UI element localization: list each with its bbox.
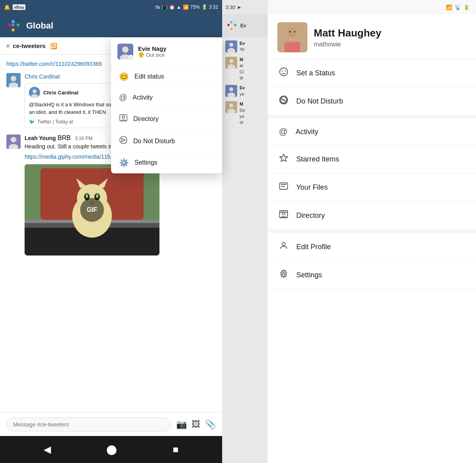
files-icon [279,181,288,193]
mid-text-2: M arCldr [240,57,244,81]
vibrate-icon: 📳 [161,4,167,10]
right-wifi-icon: 📡 [455,4,461,10]
svg-point-46 [229,87,233,91]
twitter-avatar [29,87,40,98]
profile-username: mathowie [314,41,381,48]
svg-point-59 [282,71,283,72]
directory-menu-label: Directory [296,211,325,220]
svg-point-56 [289,31,291,33]
svg-rect-1 [12,20,15,23]
right-signal-icon: 📶 [446,4,452,10]
svg-point-70 [282,273,285,275]
tweet-author-name: Chris Cardinal [43,90,79,96]
home-button[interactable]: ⬤ [106,444,117,455]
gif-label: GIF [80,198,104,222]
back-button[interactable]: ◀ [44,444,51,455]
dropdown-activity[interactable]: @ Activity [111,87,222,108]
info-icon: 🔁 [50,43,57,49]
mid-msg-2: M arCldr [225,57,265,81]
image-icon[interactable]: 🖼 [192,419,200,430]
right-panel: 📶 📡 🔋 Matt Haughey matho [268,0,476,463]
brb-badge: BRB [58,134,71,141]
left-panel: 🔔 eBay 🛍 📳 ⏰ ▲ 📶 75% 🔋 3:31 Global # [0,0,222,463]
dropdown-edit-status[interactable]: 😊 Edit status [111,66,222,87]
svg-point-27 [96,194,98,198]
bag-icon: 🛍 [155,4,160,10]
slack-logo [6,18,21,33]
svg-point-26 [86,194,88,198]
svg-point-30 [122,46,129,53]
signal-icon: 📶 [183,4,189,10]
svg-rect-64 [281,184,286,185]
dropdown-user-status: 😤 Out sick [138,52,167,58]
menu-set-status[interactable]: Set a Status [268,59,476,87]
starred-label: Starred Items [296,155,339,163]
dnd-label: Do Not Disturb [133,138,175,145]
mid-location-icon: ➤ [237,4,241,10]
svg-rect-4 [12,23,15,27]
menu-settings[interactable]: Settings [268,261,476,289]
directory-icon [119,113,128,124]
svg-rect-35 [227,24,230,26]
avatar-status-indicator: ○ [129,55,133,60]
svg-point-6 [11,76,16,81]
menu-files[interactable]: Your Files [268,173,476,202]
svg-rect-38 [234,24,236,26]
slack-header: Global [0,14,222,37]
svg-point-55 [287,27,298,38]
profile-header: Matt Haughey mathowie [268,14,476,59]
svg-rect-54 [284,42,300,52]
menu-dnd[interactable]: Do Not Disturb [268,87,476,115]
dropdown-settings[interactable]: ⚙️ Settings [111,152,222,173]
svg-rect-65 [281,186,285,187]
profile-avatar [277,22,307,52]
recent-apps-button[interactable]: ■ [173,444,178,455]
nav-bar-bottom: ◀ ⬤ ■ [0,436,222,463]
menu-edit-profile[interactable]: Edit Profile [268,230,476,261]
twitter-link-1[interactable]: https://twitter.com/c/111024296093369 [6,61,102,67]
camera-icon[interactable]: 📷 [176,419,187,430]
menu-activity[interactable]: @ Activity [268,115,476,145]
mid-time: 3:30 [225,4,235,10]
mid-text-1: Ev Ye [240,40,245,53]
svg-rect-37 [230,28,232,30]
mid-header-name: Ev [240,23,246,29]
notification-icon: 🔔 [4,4,10,10]
mid-avatar-matt [225,57,237,69]
set-status-icon [279,67,288,79]
message-input[interactable] [6,417,171,432]
svg-point-49 [229,104,233,108]
message-input-bar: 📷 🖼 📎 [0,412,222,436]
dropdown-dnd[interactable]: Do Not Disturb [111,130,222,152]
hash-icon: # [6,42,10,49]
menu-starred[interactable]: Starred Items [268,145,476,173]
svg-point-40 [229,43,233,47]
gif-preview: GIF [25,164,159,256]
workspace-title: Global [26,21,53,31]
dropdown-avatar: ○ [117,44,133,60]
profile-info: Matt Haughey mathowie [314,27,381,48]
menu-directory[interactable]: Directory [268,202,476,230]
dropdown-header: ○ Evie Nagy 😤 Out sick [111,37,222,66]
svg-rect-2 [12,29,15,32]
activity-label: Activity [132,94,153,101]
set-status-label: Set a Status [296,69,335,77]
alarm-icon: ⏰ [169,4,175,10]
twitter-bird-icon: 🐦 [29,119,35,125]
settings-icon: ⚙️ [119,158,129,167]
avatar-chris [6,73,21,87]
activity-icon: @ [119,93,127,102]
author-chris[interactable]: Chris Cardinal [25,73,60,80]
activity-menu-icon: @ [279,127,288,137]
battery-icon: 🔋 [202,4,207,10]
dropdown-directory[interactable]: Directory [111,108,222,130]
settings-menu-label: Settings [296,271,322,279]
paperclip-icon[interactable]: 📎 [205,419,216,430]
activity-menu-label: Activity [296,128,318,136]
mid-header: Ev [222,14,268,37]
status-emoji: 😤 [138,52,144,58]
edit-status-icon: 😊 [119,72,129,81]
svg-rect-36 [230,21,232,23]
edit-profile-icon [279,241,288,253]
directory-menu-icon [279,209,288,221]
